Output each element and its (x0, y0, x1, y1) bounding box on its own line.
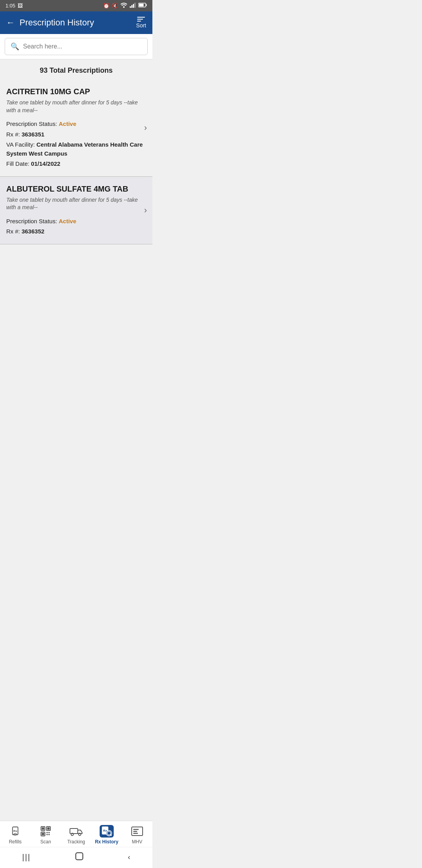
prescription-card[interactable]: ALBUTEROL SULFATE 4MG TAB Take one table… (0, 177, 152, 244)
status-time: 1:05 (5, 3, 15, 9)
svg-point-0 (123, 6, 125, 8)
photo-icon: 🖼 (18, 3, 23, 9)
svg-rect-2 (131, 5, 132, 8)
back-button[interactable]: ← (6, 18, 15, 28)
drug-name: ALBUTEROL SULFATE 4MG TAB (6, 184, 146, 194)
prescription-status-row: Prescription Status: Active (6, 217, 146, 226)
facility-row: VA Facility: Central Alabama Veterans He… (6, 140, 146, 158)
svg-rect-3 (133, 4, 134, 8)
wifi-icon (120, 2, 127, 9)
status-bar: 1:05 🖼 ⏰ 🔇 (0, 0, 152, 11)
alarm-icon: ⏰ (103, 3, 109, 9)
status-active: Active (59, 218, 76, 224)
fill-date-row: Fill Date: 01/14/2022 (6, 160, 146, 169)
page-title: Prescription History (20, 18, 94, 28)
mute-icon: 🔇 (112, 3, 118, 9)
rx-number-row: Rx #: 3636351 (6, 130, 146, 139)
facility-name: Central Alabama Veterans Health Care Sys… (6, 141, 143, 157)
prescription-status-row: Prescription Status: Active (6, 120, 146, 129)
svg-rect-6 (146, 4, 147, 6)
rx-number: 3636352 (21, 228, 44, 235)
drug-instructions: Take one tablet by mouth after dinner fo… (6, 99, 146, 114)
search-input[interactable] (23, 43, 142, 50)
sort-label: Sort (136, 22, 146, 29)
svg-rect-1 (130, 6, 131, 8)
signal-icon (130, 2, 136, 9)
status-active: Active (59, 120, 76, 127)
rx-number-row: Rx #: 3636352 (6, 227, 146, 236)
search-icon: 🔍 (11, 42, 19, 51)
svg-rect-7 (139, 4, 144, 7)
prescription-card[interactable]: ACITRETIN 10MG CAP Take one tablet by mo… (0, 79, 152, 177)
total-prescriptions: 93 Total Prescriptions (0, 59, 152, 79)
search-box[interactable]: 🔍 (5, 38, 148, 55)
rx-number: 3636351 (21, 131, 44, 138)
fill-date: 01/14/2022 (31, 160, 60, 167)
drug-name: ACITRETIN 10MG CAP (6, 86, 146, 97)
main-content: 93 Total Prescriptions ACITRETIN 10MG CA… (0, 59, 152, 287)
svg-rect-4 (134, 3, 136, 8)
search-container: 🔍 (0, 34, 152, 59)
drug-instructions: Take one tablet by mouth after dinner fo… (6, 196, 146, 212)
chevron-right-icon: › (144, 123, 147, 133)
sort-button[interactable]: Sort (136, 17, 146, 29)
app-header: ← Prescription History Sort (0, 11, 152, 34)
battery-icon (138, 3, 147, 9)
chevron-right-icon: › (144, 205, 147, 215)
sort-icon (137, 17, 145, 22)
